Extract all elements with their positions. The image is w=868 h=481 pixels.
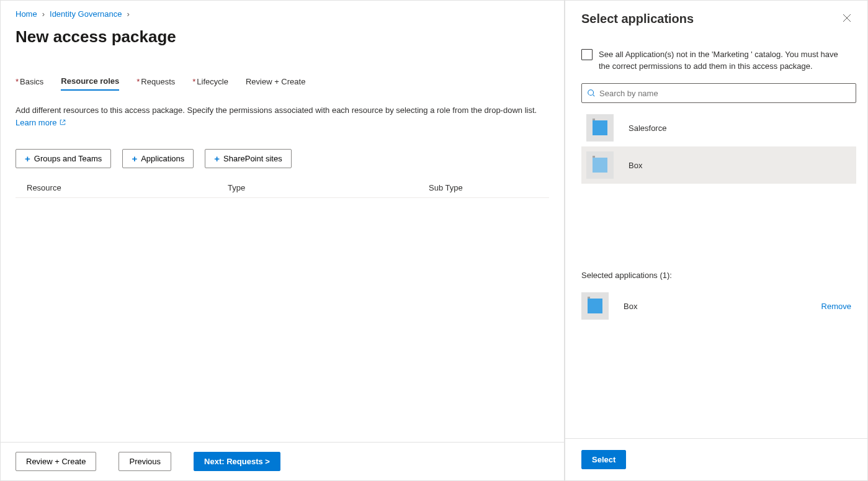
selected-item-box: Box Remove	[581, 291, 851, 321]
tab-label: Review + Create	[246, 77, 305, 86]
main-content: Home › Identity Governance › New access …	[0, 0, 565, 481]
chevron-right-icon: ›	[127, 9, 129, 19]
resource-buttons: + Groups and Teams + Applications + Shar…	[1, 129, 564, 168]
close-icon	[843, 14, 851, 22]
panel-header: Select applications	[565, 1, 867, 26]
panel-footer: Select	[565, 438, 867, 480]
tab-review-create[interactable]: Review + Create	[246, 76, 305, 91]
breadcrumb: Home › Identity Governance ›	[1, 1, 564, 19]
application-item-box[interactable]: Box	[581, 146, 856, 184]
application-item-salesforce[interactable]: Salesforce	[581, 109, 856, 146]
tab-label: Lifecycle	[197, 77, 228, 86]
plus-icon: +	[25, 153, 30, 164]
search-input-wrap[interactable]	[581, 83, 856, 103]
column-type: Type	[228, 183, 429, 192]
plus-icon: +	[214, 153, 220, 164]
button-label: Groups and Teams	[34, 154, 102, 163]
search-input[interactable]	[596, 89, 851, 98]
tab-label: Resource roles	[61, 76, 119, 86]
sharepoint-button[interactable]: + SharePoint sites	[205, 149, 291, 168]
learn-more-link[interactable]: Learn more	[16, 118, 66, 127]
application-icon	[586, 114, 614, 142]
column-subtype: Sub Type	[429, 183, 538, 192]
checkbox-label: See all Application(s) not in the 'Marke…	[599, 48, 851, 72]
next-button[interactable]: Next: Requests >	[194, 452, 280, 471]
panel-title: Select applications	[581, 12, 694, 26]
application-list: Salesforce Box	[565, 103, 867, 184]
description: Add different resources to this access p…	[1, 91, 564, 129]
tab-basics[interactable]: *Basics	[16, 76, 43, 91]
select-applications-panel: Select applications See all Application(…	[565, 0, 868, 481]
breadcrumb-identity-governance[interactable]: Identity Governance	[50, 9, 122, 19]
search-icon	[587, 89, 596, 97]
tabs: *Basics Resource roles *Requests *Lifecy…	[1, 47, 564, 91]
checkbox[interactable]	[581, 49, 593, 60]
table-header: Resource Type Sub Type	[16, 178, 549, 198]
tab-label: Requests	[141, 77, 175, 86]
applications-button[interactable]: + Applications	[122, 149, 194, 168]
close-button[interactable]	[843, 14, 851, 24]
svg-point-0	[588, 90, 594, 96]
select-button[interactable]: Select	[581, 450, 626, 469]
external-link-icon	[59, 119, 66, 126]
required-icon: *	[136, 77, 140, 86]
selected-list: Box Remove	[565, 280, 867, 321]
tab-label: Basics	[20, 77, 43, 86]
application-name: Box	[629, 161, 642, 170]
plus-icon: +	[132, 153, 137, 164]
application-name: Salesforce	[629, 124, 666, 133]
footer: Review + Create Previous Next: Requests …	[1, 442, 564, 480]
remove-link[interactable]: Remove	[821, 302, 851, 311]
breadcrumb-home[interactable]: Home	[16, 9, 37, 19]
tab-requests[interactable]: *Requests	[136, 76, 175, 91]
required-icon: *	[192, 77, 195, 86]
groups-teams-button[interactable]: + Groups and Teams	[16, 149, 111, 168]
button-label: SharePoint sites	[223, 154, 282, 163]
description-text: Add different resources to this access p…	[16, 106, 537, 115]
previous-button[interactable]: Previous	[119, 452, 171, 471]
tab-lifecycle[interactable]: *Lifecycle	[192, 76, 228, 91]
page-title: New access package	[1, 19, 564, 47]
selected-item-name: Box	[624, 302, 807, 311]
tab-resource-roles[interactable]: Resource roles	[61, 76, 119, 91]
required-icon: *	[16, 77, 19, 86]
application-icon	[581, 292, 609, 320]
selected-applications-title: Selected applications (1):	[565, 271, 867, 280]
column-resource: Resource	[27, 183, 228, 192]
resource-table: Resource Type Sub Type	[16, 178, 549, 198]
review-create-button[interactable]: Review + Create	[16, 452, 96, 471]
button-label: Applications	[141, 154, 184, 163]
chevron-right-icon: ›	[42, 9, 45, 19]
search-wrap	[565, 72, 867, 103]
application-icon	[586, 151, 614, 179]
see-all-checkbox-row[interactable]: See all Application(s) not in the 'Marke…	[565, 26, 867, 72]
